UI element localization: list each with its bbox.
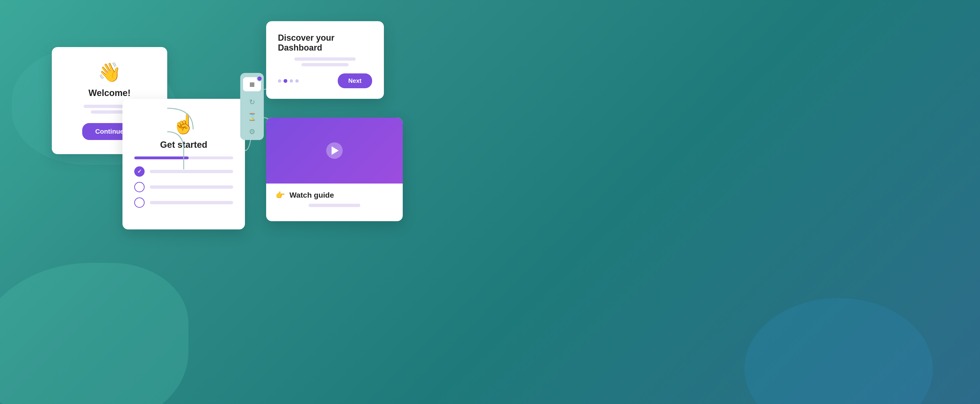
- getstarted-card: ☝️ Get started: [123, 99, 245, 230]
- checklist-item-3: [134, 197, 233, 208]
- dot-3: [290, 79, 293, 82]
- grid-icon: ▦: [250, 81, 255, 87]
- video-card: 👉 Watch guide: [266, 118, 403, 221]
- checklist-item-2: [134, 182, 233, 192]
- watch-guide-emoji: 👉: [275, 191, 285, 199]
- dashboard-placeholder: [278, 57, 372, 67]
- dot-4: [295, 79, 299, 82]
- main-scene: 👋 Welcome! Continue ☝️ Get started: [0, 0, 980, 404]
- welcome-emoji: 👋: [64, 61, 156, 83]
- dashboard-card: Discover your Dashboard Next: [266, 21, 384, 99]
- next-button[interactable]: Next: [338, 73, 372, 88]
- purple-dot: [257, 76, 262, 81]
- welcome-title: Welcome!: [64, 88, 156, 98]
- progress-bar: [134, 157, 233, 159]
- check-line-2: [150, 185, 233, 189]
- watch-guide-label: 👉 Watch guide: [275, 190, 393, 200]
- dot-2: [283, 79, 287, 83]
- settings-icon[interactable]: ⚙: [249, 128, 255, 136]
- progress-fill: [134, 157, 189, 159]
- play-button[interactable]: [326, 143, 343, 159]
- checklist-item-1: [134, 166, 233, 177]
- dashboard-line-2: [301, 63, 348, 67]
- check-line-3: [150, 201, 233, 204]
- hourglass-icon[interactable]: ⌛: [248, 113, 256, 121]
- dashboard-line-1: [294, 57, 356, 61]
- getstarted-title: Get started: [134, 140, 233, 150]
- dot-indicators: [278, 79, 299, 83]
- sidebar-top-item[interactable]: ▦: [243, 77, 261, 91]
- check-icon-2: [134, 182, 145, 192]
- check-icon-1: [134, 166, 145, 177]
- check-line-1: [150, 170, 233, 173]
- video-thumbnail[interactable]: [266, 118, 403, 184]
- dashboard-footer: Next: [278, 73, 372, 88]
- video-card-body: 👉 Watch guide: [266, 184, 403, 212]
- play-triangle-icon: [332, 146, 339, 155]
- dashboard-title: Discover your Dashboard: [278, 33, 372, 53]
- refresh-icon[interactable]: ↻: [249, 98, 255, 106]
- video-placeholder-line: [309, 204, 360, 207]
- sidebar-widget: ▦ ↻ ⌛ ⚙: [240, 73, 264, 140]
- check-icon-3: [134, 197, 145, 208]
- dot-1: [278, 79, 281, 82]
- checklist: [134, 166, 233, 208]
- getstarted-emoji: ☝️: [134, 113, 233, 135]
